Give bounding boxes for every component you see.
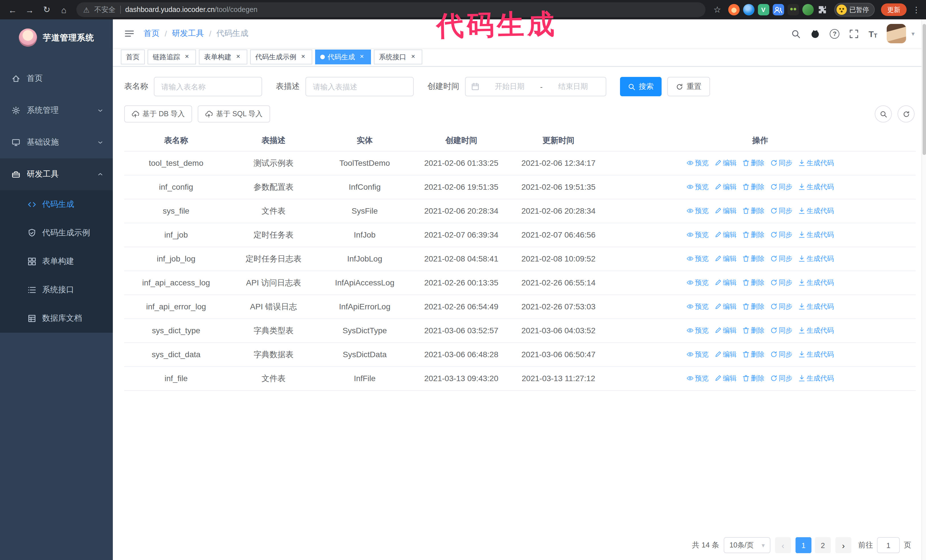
table-desc-input[interactable] bbox=[306, 77, 414, 96]
fullscreen-icon[interactable] bbox=[849, 29, 859, 38]
tab[interactable]: 表单构建 × bbox=[199, 50, 247, 64]
user-avatar[interactable] bbox=[887, 24, 906, 43]
toggle-search-button[interactable] bbox=[875, 106, 892, 122]
sync-link[interactable]: 同步 bbox=[770, 324, 792, 337]
font-size-icon[interactable]: TT bbox=[869, 29, 877, 38]
edit-link[interactable]: 编辑 bbox=[714, 324, 737, 337]
tab-close-icon[interactable]: × bbox=[183, 53, 191, 61]
tab[interactable]: 系统接口 × bbox=[374, 50, 422, 64]
sync-link[interactable]: 同步 bbox=[770, 252, 792, 265]
table-name-input[interactable] bbox=[154, 77, 262, 96]
tab[interactable]: 首页 bbox=[121, 50, 145, 64]
browser-reload-button[interactable]: ↻ bbox=[40, 3, 54, 17]
search-button[interactable]: 搜索 bbox=[620, 77, 661, 96]
browser-menu-kebab-icon[interactable]: ⋮ bbox=[912, 5, 920, 14]
breadcrumb-home[interactable]: 首页 bbox=[144, 29, 160, 39]
hamburger-icon[interactable] bbox=[124, 29, 135, 39]
preview-link[interactable]: 预览 bbox=[686, 156, 709, 169]
generate-code-link[interactable]: 生成代码 bbox=[798, 252, 834, 265]
refresh-table-button[interactable] bbox=[897, 106, 915, 122]
import-sql-button[interactable]: 基于 SQL 导入 bbox=[198, 106, 270, 122]
leaf-extension-icon[interactable] bbox=[802, 4, 814, 15]
logo-row[interactable]: 芋道管理系统 bbox=[0, 20, 113, 56]
edit-link[interactable]: 编辑 bbox=[714, 156, 737, 169]
preview-link[interactable]: 预览 bbox=[686, 300, 709, 313]
sync-link[interactable]: 同步 bbox=[770, 348, 792, 361]
sidebar-subitem-form-builder[interactable]: 表单构建 bbox=[0, 247, 113, 276]
import-db-button[interactable]: 基于 DB 导入 bbox=[124, 106, 192, 122]
sidebar-item-home[interactable]: 首页 bbox=[0, 63, 113, 95]
fox-extension-icon[interactable] bbox=[728, 4, 739, 15]
date-end-placeholder[interactable]: 结束日期 bbox=[546, 82, 600, 92]
next-page-button[interactable]: › bbox=[835, 537, 851, 553]
sync-link[interactable]: 同步 bbox=[770, 180, 792, 193]
delete-link[interactable]: 删除 bbox=[742, 300, 764, 313]
delete-link[interactable]: 删除 bbox=[742, 252, 764, 265]
github-icon[interactable] bbox=[810, 29, 820, 38]
preview-link[interactable]: 预览 bbox=[686, 252, 709, 265]
sidebar-item-infrastructure[interactable]: 基础设施 bbox=[0, 127, 113, 158]
sidebar-item-dev-tools[interactable]: 研发工具 bbox=[0, 158, 113, 190]
generate-code-link[interactable]: 生成代码 bbox=[798, 228, 834, 241]
sync-link[interactable]: 同步 bbox=[770, 372, 792, 385]
preview-link[interactable]: 预览 bbox=[686, 348, 709, 361]
sidebar-subitem-db-doc[interactable]: 数据库文档 bbox=[0, 304, 113, 333]
delete-link[interactable]: 删除 bbox=[742, 372, 764, 385]
sync-link[interactable]: 同步 bbox=[770, 156, 792, 169]
generate-code-link[interactable]: 生成代码 bbox=[798, 180, 834, 193]
generate-code-link[interactable]: 生成代码 bbox=[798, 204, 834, 217]
tab-close-icon[interactable]: × bbox=[358, 53, 366, 61]
puzzle-extensions-menu-icon[interactable] bbox=[817, 4, 828, 15]
preview-link[interactable]: 预览 bbox=[686, 204, 709, 217]
avatar-caret-icon[interactable]: ▾ bbox=[911, 30, 915, 37]
browser-home-button[interactable]: ⌂ bbox=[57, 3, 71, 17]
preview-link[interactable]: 预览 bbox=[686, 372, 709, 385]
page-size-select[interactable]: 10条/页 ▾ bbox=[724, 537, 770, 553]
scrollbar-thumb[interactable] bbox=[923, 24, 926, 155]
browser-update-button[interactable]: 更新 bbox=[881, 3, 906, 16]
tab[interactable]: 链路追踪 × bbox=[148, 50, 196, 64]
page-scrollbar[interactable] bbox=[921, 20, 926, 560]
edit-link[interactable]: 编辑 bbox=[714, 204, 737, 217]
breadcrumb-dev-tools[interactable]: 研发工具 bbox=[172, 29, 204, 39]
tab[interactable]: 代码生成示例 × bbox=[250, 50, 312, 64]
sidebar-subitem-system-api[interactable]: 系统接口 bbox=[0, 276, 113, 304]
vue-devtools-extension-icon[interactable]: V bbox=[758, 4, 769, 15]
goto-page-input[interactable] bbox=[877, 537, 900, 553]
bookmark-star-icon[interactable]: ☆ bbox=[713, 5, 721, 15]
tab-close-icon[interactable]: × bbox=[299, 53, 307, 61]
preview-link[interactable]: 预览 bbox=[686, 180, 709, 193]
sidebar-subitem-code-generation[interactable]: 代码生成 bbox=[0, 190, 113, 219]
preview-link[interactable]: 预览 bbox=[686, 276, 709, 289]
security-label[interactable]: 不安全 bbox=[94, 5, 115, 15]
prev-page-button[interactable]: ‹ bbox=[775, 537, 791, 553]
edit-link[interactable]: 编辑 bbox=[714, 300, 737, 313]
browser-back-button[interactable]: ← bbox=[6, 3, 20, 17]
date-start-placeholder[interactable]: 开始日期 bbox=[483, 82, 537, 92]
search-icon[interactable] bbox=[791, 29, 800, 38]
profile-sync-paused-chip[interactable]: 已暂停 bbox=[834, 3, 875, 17]
preview-link[interactable]: 预览 bbox=[686, 324, 709, 337]
edit-link[interactable]: 编辑 bbox=[714, 252, 737, 265]
sync-link[interactable]: 同步 bbox=[770, 276, 792, 289]
tab-close-icon[interactable]: × bbox=[409, 53, 417, 61]
address-bar[interactable]: ⚠ 不安全 dashboard.yudao.iocoder.cn/tool/co… bbox=[76, 2, 705, 17]
delete-link[interactable]: 删除 bbox=[742, 180, 764, 193]
date-range-picker[interactable]: 开始日期 - 结束日期 bbox=[465, 77, 606, 96]
browser-forward-button[interactable]: → bbox=[23, 3, 36, 17]
delete-link[interactable]: 删除 bbox=[742, 324, 764, 337]
delete-link[interactable]: 删除 bbox=[742, 228, 764, 241]
delete-link[interactable]: 删除 bbox=[742, 348, 764, 361]
edit-link[interactable]: 编辑 bbox=[714, 228, 737, 241]
delete-link[interactable]: 删除 bbox=[742, 156, 764, 169]
generate-code-link[interactable]: 生成代码 bbox=[798, 372, 834, 385]
edit-link[interactable]: 编辑 bbox=[714, 348, 737, 361]
sync-link[interactable]: 同步 bbox=[770, 300, 792, 313]
sidebar-item-system-management[interactable]: 系统管理 bbox=[0, 95, 113, 127]
tab[interactable]: 代码生成 × bbox=[315, 50, 371, 64]
page-2-button[interactable]: 2 bbox=[815, 537, 831, 553]
generate-code-link[interactable]: 生成代码 bbox=[798, 156, 834, 169]
preview-link[interactable]: 预览 bbox=[686, 228, 709, 241]
sync-link[interactable]: 同步 bbox=[770, 228, 792, 241]
reset-button[interactable]: 重置 bbox=[667, 77, 710, 96]
